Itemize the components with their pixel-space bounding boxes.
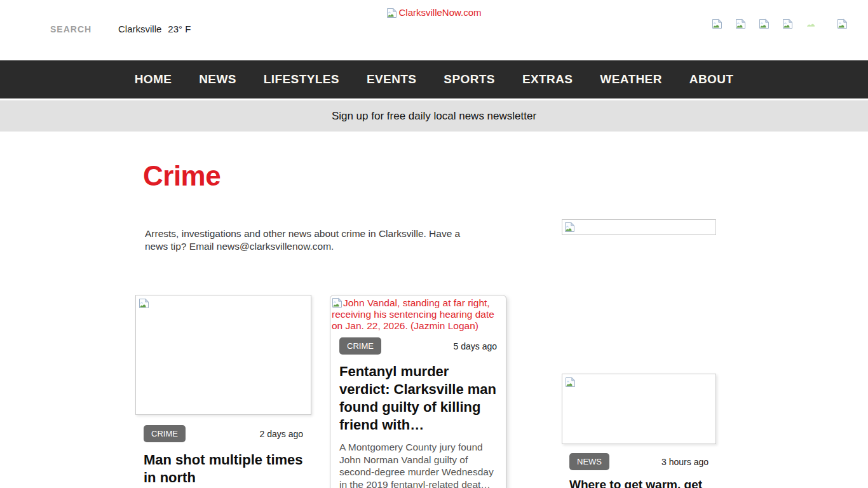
nav-item-events[interactable]: EVENTS bbox=[367, 72, 416, 86]
sidebar-ad-image-placeholder bbox=[562, 219, 716, 235]
main-navigation: HOME NEWS LIFESTYLES EVENTS SPORTS EXTRA… bbox=[0, 60, 868, 98]
page-description: Arrests, investigations and other news a… bbox=[145, 227, 477, 253]
weather-temperature: 23° F bbox=[168, 24, 191, 34]
page-title: Crime bbox=[143, 160, 220, 192]
nav-item-extras[interactable]: EXTRAS bbox=[522, 72, 573, 86]
social-icon-4[interactable] bbox=[782, 18, 793, 29]
article-timestamp: 2 days ago bbox=[260, 429, 304, 439]
sidebar-article-headline[interactable]: Where to get warm, get help bbox=[562, 477, 716, 488]
article-timestamp: 3 hours ago bbox=[661, 457, 709, 467]
category-badge[interactable]: CRIME bbox=[144, 425, 186, 442]
category-badge[interactable]: NEWS bbox=[569, 453, 609, 470]
site-logo[interactable]: ClarksvilleNow.com bbox=[0, 7, 868, 18]
broken-image-icon bbox=[332, 297, 342, 308]
article-2-image-alt: John Vandal, standing at far right, rece… bbox=[330, 295, 506, 332]
nav-item-sports[interactable]: SPORTS bbox=[444, 72, 495, 86]
site-header: SEARCH Clarksville23° F ClarksvilleNow.c… bbox=[0, 0, 868, 60]
social-icon-1[interactable] bbox=[712, 18, 722, 29]
nav-item-news[interactable]: NEWS bbox=[199, 72, 236, 86]
article-2-excerpt: A Montgomery County jury found John Norm… bbox=[330, 441, 506, 488]
broken-image-icon bbox=[565, 377, 576, 388]
sidebar-article-image-placeholder bbox=[562, 374, 716, 444]
article-1-meta: CRIME 2 days ago bbox=[135, 425, 311, 442]
article-2-meta: CRIME 5 days ago bbox=[330, 337, 506, 355]
social-icon-3[interactable] bbox=[759, 18, 770, 29]
article-2-headline[interactable]: Fentanyl murder verdict: Clarksville man… bbox=[330, 363, 506, 434]
broken-image-icon bbox=[139, 298, 149, 309]
article-card-1[interactable]: CRIME 2 days ago Man shot multiple times… bbox=[135, 295, 311, 487]
article-timestamp: 5 days ago bbox=[454, 341, 498, 351]
newsletter-signup-text: Sign up for free daily local news newsle… bbox=[332, 110, 536, 123]
nav-item-home[interactable]: HOME bbox=[135, 72, 172, 86]
article-card-2[interactable]: John Vandal, standing at far right, rece… bbox=[330, 295, 506, 488]
broken-image-icon bbox=[564, 222, 575, 233]
article-1-headline[interactable]: Man shot multiple times in north bbox=[135, 451, 311, 487]
weather-widget[interactable]: Clarksville23° F bbox=[118, 24, 191, 34]
social-icon-5[interactable] bbox=[806, 18, 817, 29]
broken-image-icon bbox=[386, 8, 397, 18]
article-1-image-placeholder bbox=[135, 295, 311, 415]
social-icon-2[interactable] bbox=[735, 18, 746, 29]
social-icon-6[interactable] bbox=[837, 18, 848, 29]
category-badge[interactable]: CRIME bbox=[339, 337, 381, 355]
weather-location: Clarksville bbox=[118, 24, 161, 34]
newsletter-signup-bar[interactable]: Sign up for free daily local news newsle… bbox=[0, 100, 868, 132]
nav-item-weather[interactable]: WEATHER bbox=[600, 72, 661, 86]
nav-item-about[interactable]: ABOUT bbox=[689, 72, 734, 86]
sidebar-article-meta: NEWS 3 hours ago bbox=[562, 453, 716, 470]
sidebar-article-card[interactable]: NEWS 3 hours ago Where to get warm, get … bbox=[562, 374, 716, 488]
site-logo-alt-text: ClarksvilleNow.com bbox=[398, 7, 481, 18]
search-button[interactable]: SEARCH bbox=[50, 24, 92, 34]
social-links bbox=[712, 18, 848, 29]
nav-item-lifestyles[interactable]: LIFESTYLES bbox=[264, 72, 339, 86]
